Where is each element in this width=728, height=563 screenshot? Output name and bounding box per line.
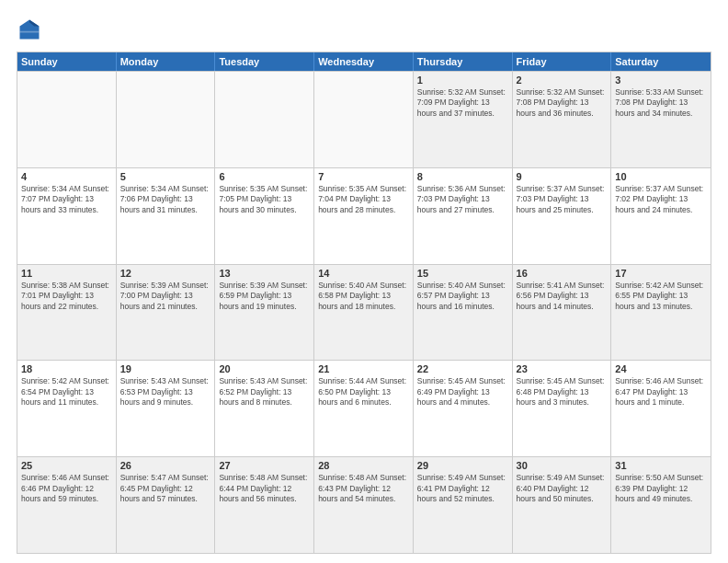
day-cell-27: 27Sunrise: 5:48 AM Sunset: 6:44 PM Dayli…: [215, 457, 314, 553]
day-cell-6: 6Sunrise: 5:35 AM Sunset: 7:05 PM Daylig…: [215, 168, 314, 264]
day-number: 10: [615, 171, 707, 182]
calendar-row-2: 4Sunrise: 5:34 AM Sunset: 7:07 PM Daylig…: [17, 167, 711, 264]
day-cell-19: 19Sunrise: 5:43 AM Sunset: 6:53 PM Dayli…: [117, 361, 216, 456]
day-number: 15: [417, 268, 508, 279]
header-cell-friday: Friday: [513, 52, 612, 71]
day-info: Sunrise: 5:40 AM Sunset: 6:58 PM Dayligh…: [318, 281, 409, 312]
day-number: 9: [517, 171, 608, 182]
day-info: Sunrise: 5:35 AM Sunset: 7:04 PM Dayligh…: [318, 184, 409, 215]
page: SundayMondayTuesdayWednesdayThursdayFrid…: [0, 0, 728, 563]
day-info: Sunrise: 5:34 AM Sunset: 7:07 PM Dayligh…: [21, 184, 112, 215]
day-number: 11: [21, 268, 112, 279]
day-cell-10: 10Sunrise: 5:37 AM Sunset: 7:02 PM Dayli…: [611, 168, 711, 264]
day-info: Sunrise: 5:46 AM Sunset: 6:46 PM Dayligh…: [21, 473, 112, 504]
day-cell-24: 24Sunrise: 5:46 AM Sunset: 6:47 PM Dayli…: [611, 361, 711, 456]
day-number: 6: [219, 171, 310, 182]
empty-cell: [314, 72, 414, 167]
day-cell-25: 25Sunrise: 5:46 AM Sunset: 6:46 PM Dayli…: [17, 457, 117, 553]
day-number: 29: [417, 460, 508, 471]
day-cell-29: 29Sunrise: 5:49 AM Sunset: 6:41 PM Dayli…: [414, 457, 513, 553]
svg-marker-0: [20, 20, 40, 40]
calendar-body: 1Sunrise: 5:32 AM Sunset: 7:09 PM Daylig…: [17, 71, 711, 553]
logo: [17, 17, 46, 42]
day-info: Sunrise: 5:39 AM Sunset: 7:00 PM Dayligh…: [120, 281, 211, 312]
day-number: 31: [615, 460, 707, 471]
empty-cell: [215, 72, 314, 167]
day-info: Sunrise: 5:38 AM Sunset: 7:01 PM Dayligh…: [21, 281, 112, 312]
svg-rect-2: [20, 31, 40, 33]
header: [17, 17, 711, 42]
day-cell-21: 21Sunrise: 5:44 AM Sunset: 6:50 PM Dayli…: [314, 361, 414, 456]
day-cell-26: 26Sunrise: 5:47 AM Sunset: 6:45 PM Dayli…: [117, 457, 216, 553]
day-number: 4: [21, 171, 112, 182]
day-info: Sunrise: 5:33 AM Sunset: 7:08 PM Dayligh…: [615, 87, 707, 119]
empty-cell: [117, 72, 216, 167]
day-info: Sunrise: 5:46 AM Sunset: 6:47 PM Dayligh…: [615, 376, 707, 408]
day-info: Sunrise: 5:48 AM Sunset: 6:44 PM Dayligh…: [219, 473, 310, 504]
header-cell-tuesday: Tuesday: [215, 52, 314, 71]
day-number: 25: [21, 460, 112, 471]
header-cell-wednesday: Wednesday: [314, 52, 414, 71]
calendar-row-1: 1Sunrise: 5:32 AM Sunset: 7:09 PM Daylig…: [17, 71, 711, 167]
day-cell-4: 4Sunrise: 5:34 AM Sunset: 7:07 PM Daylig…: [17, 168, 117, 264]
day-info: Sunrise: 5:45 AM Sunset: 6:49 PM Dayligh…: [417, 376, 508, 408]
day-cell-9: 9Sunrise: 5:37 AM Sunset: 7:03 PM Daylig…: [513, 168, 612, 264]
day-cell-11: 11Sunrise: 5:38 AM Sunset: 7:01 PM Dayli…: [17, 265, 117, 361]
day-info: Sunrise: 5:49 AM Sunset: 6:40 PM Dayligh…: [517, 473, 608, 504]
day-info: Sunrise: 5:42 AM Sunset: 6:55 PM Dayligh…: [615, 281, 707, 312]
day-info: Sunrise: 5:42 AM Sunset: 6:54 PM Dayligh…: [21, 376, 112, 408]
day-cell-23: 23Sunrise: 5:45 AM Sunset: 6:48 PM Dayli…: [513, 361, 612, 456]
day-cell-12: 12Sunrise: 5:39 AM Sunset: 7:00 PM Dayli…: [117, 265, 216, 361]
day-cell-22: 22Sunrise: 5:45 AM Sunset: 6:49 PM Dayli…: [414, 361, 513, 456]
day-cell-17: 17Sunrise: 5:42 AM Sunset: 6:55 PM Dayli…: [611, 265, 711, 361]
day-cell-20: 20Sunrise: 5:43 AM Sunset: 6:52 PM Dayli…: [215, 361, 314, 456]
day-info: Sunrise: 5:45 AM Sunset: 6:48 PM Dayligh…: [517, 376, 608, 408]
day-info: Sunrise: 5:44 AM Sunset: 6:50 PM Dayligh…: [318, 376, 409, 408]
day-cell-8: 8Sunrise: 5:36 AM Sunset: 7:03 PM Daylig…: [414, 168, 513, 264]
calendar-header: SundayMondayTuesdayWednesdayThursdayFrid…: [17, 52, 711, 71]
calendar-row-5: 25Sunrise: 5:46 AM Sunset: 6:46 PM Dayli…: [17, 456, 711, 553]
day-number: 8: [417, 171, 508, 182]
day-number: 14: [318, 268, 409, 279]
day-info: Sunrise: 5:36 AM Sunset: 7:03 PM Dayligh…: [417, 184, 508, 215]
header-cell-monday: Monday: [117, 52, 216, 71]
day-number: 22: [417, 363, 508, 374]
header-cell-sunday: Sunday: [17, 52, 117, 71]
day-cell-14: 14Sunrise: 5:40 AM Sunset: 6:58 PM Dayli…: [314, 265, 414, 361]
day-number: 18: [21, 363, 112, 374]
calendar: SundayMondayTuesdayWednesdayThursdayFrid…: [17, 52, 711, 554]
day-cell-5: 5Sunrise: 5:34 AM Sunset: 7:06 PM Daylig…: [117, 168, 216, 264]
day-cell-1: 1Sunrise: 5:32 AM Sunset: 7:09 PM Daylig…: [414, 72, 513, 167]
day-info: Sunrise: 5:43 AM Sunset: 6:53 PM Dayligh…: [120, 376, 211, 408]
day-cell-16: 16Sunrise: 5:41 AM Sunset: 6:56 PM Dayli…: [513, 265, 612, 361]
logo-icon: [17, 17, 42, 42]
day-number: 2: [517, 75, 608, 86]
day-cell-13: 13Sunrise: 5:39 AM Sunset: 6:59 PM Dayli…: [215, 265, 314, 361]
calendar-row-4: 18Sunrise: 5:42 AM Sunset: 6:54 PM Dayli…: [17, 360, 711, 456]
day-cell-2: 2Sunrise: 5:32 AM Sunset: 7:08 PM Daylig…: [513, 72, 612, 167]
day-info: Sunrise: 5:32 AM Sunset: 7:08 PM Dayligh…: [517, 87, 608, 119]
day-cell-18: 18Sunrise: 5:42 AM Sunset: 6:54 PM Dayli…: [17, 361, 117, 456]
day-number: 28: [318, 460, 409, 471]
day-number: 30: [517, 460, 608, 471]
day-info: Sunrise: 5:37 AM Sunset: 7:02 PM Dayligh…: [615, 184, 707, 215]
day-info: Sunrise: 5:39 AM Sunset: 6:59 PM Dayligh…: [219, 281, 310, 312]
day-number: 17: [615, 268, 707, 279]
day-cell-7: 7Sunrise: 5:35 AM Sunset: 7:04 PM Daylig…: [314, 168, 414, 264]
day-info: Sunrise: 5:47 AM Sunset: 6:45 PM Dayligh…: [120, 473, 211, 504]
day-info: Sunrise: 5:34 AM Sunset: 7:06 PM Dayligh…: [120, 184, 211, 215]
day-cell-31: 31Sunrise: 5:50 AM Sunset: 6:39 PM Dayli…: [611, 457, 711, 553]
day-number: 23: [517, 363, 608, 374]
day-cell-3: 3Sunrise: 5:33 AM Sunset: 7:08 PM Daylig…: [611, 72, 711, 167]
empty-cell: [17, 72, 117, 167]
day-info: Sunrise: 5:37 AM Sunset: 7:03 PM Dayligh…: [517, 184, 608, 215]
day-info: Sunrise: 5:32 AM Sunset: 7:09 PM Dayligh…: [417, 87, 508, 119]
day-number: 3: [615, 75, 707, 86]
day-info: Sunrise: 5:49 AM Sunset: 6:41 PM Dayligh…: [417, 473, 508, 504]
day-info: Sunrise: 5:35 AM Sunset: 7:05 PM Dayligh…: [219, 184, 310, 215]
day-number: 24: [615, 363, 707, 374]
header-cell-thursday: Thursday: [414, 52, 513, 71]
day-number: 26: [120, 460, 211, 471]
day-number: 13: [219, 268, 310, 279]
day-info: Sunrise: 5:50 AM Sunset: 6:39 PM Dayligh…: [615, 473, 707, 504]
